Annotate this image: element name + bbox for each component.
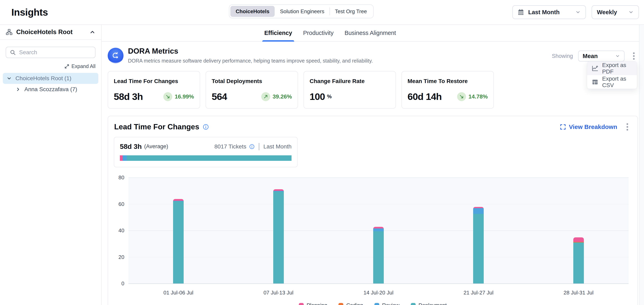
legend-swatch — [411, 303, 416, 305]
bar-segment-planning — [573, 237, 584, 242]
menu-item-export-as-pdf[interactable]: Export as PDF — [587, 61, 637, 75]
tab-efficiency[interactable]: Efficiency — [263, 25, 293, 41]
showing-select[interactable]: Mean — [578, 50, 624, 61]
bar-segment-deployment — [473, 214, 484, 284]
progress-segment-deployment — [127, 155, 292, 161]
date-range-dropdown[interactable]: Last Month — [512, 5, 586, 19]
metric-card-title: Mean Time To Restore — [408, 78, 488, 84]
dora-kebab-menu-icon[interactable] — [630, 50, 638, 61]
legend-item-deployment[interactable]: Deployment — [411, 302, 447, 305]
legend-swatch — [299, 303, 304, 305]
trend-percentage: 39.26% — [273, 93, 292, 100]
metric-card-title: Change Failure Rate — [310, 78, 390, 84]
x-axis-tick-label: 01 Jul-06 Jul — [163, 290, 193, 296]
tab-productivity[interactable]: Productivity — [302, 25, 335, 41]
metric-card-total-deployments: Total Deployments56439.26% — [206, 71, 298, 109]
metric-card-value: 58d 3h — [114, 91, 143, 102]
chart-plot-area: 01 Jul-06 Jul07 Jul-13 Jul14 Jul-20 Jul2… — [128, 177, 628, 284]
tree-node[interactable]: ChoiceHotels Root (1) — [3, 73, 98, 84]
average-suffix: (Average) — [144, 143, 168, 150]
chart-section-title: Lead Time For Changes — [114, 123, 199, 131]
expand-all-button[interactable]: Expand All — [6, 63, 96, 69]
org-tab-group: ChoiceHotelsSolution EngineersTest Org T… — [229, 4, 374, 18]
org-tab-solution-engineers[interactable]: Solution Engineers — [275, 6, 330, 17]
lead-time-chart-card: Lead Time For Changes View Breakdown — [108, 116, 638, 305]
search-icon — [10, 49, 16, 55]
legend-label: Review — [382, 302, 400, 305]
stacked-bar-07-jul-13-jul[interactable] — [273, 189, 284, 284]
showing-label: Showing — [552, 53, 573, 59]
menu-item-export-as-csv[interactable]: Export as CSV — [587, 75, 637, 89]
trend-percentage: 14.78% — [468, 93, 488, 100]
divider — [259, 143, 259, 150]
stacked-bar-14-jul-20-jul[interactable] — [373, 227, 384, 284]
progress-segment-planning — [120, 155, 123, 161]
phase-progress-bar — [120, 155, 292, 161]
showing-value: Mean — [583, 53, 598, 59]
metric-card-title: Total Deployments — [212, 78, 292, 84]
gridline — [128, 204, 628, 205]
trend-badge: 16.99% — [163, 92, 194, 101]
trend-percentage: 16.99% — [175, 93, 194, 100]
header-controls: Last Month Weekly — [512, 5, 639, 19]
bar-segment-review — [473, 208, 484, 214]
tree-node[interactable]: Anna Scozzafava (7) — [12, 84, 98, 95]
trend-down-icon — [163, 92, 172, 101]
org-tab-test-org-tree[interactable]: Test Org Tree — [330, 6, 372, 17]
y-axis-tick-label: 60 — [108, 201, 124, 207]
view-breakdown-button[interactable]: View Breakdown — [560, 123, 617, 130]
main-content: EfficiencyProductivityBusiness Alignment… — [102, 25, 644, 305]
metric-cards-row: Lead Time For Changes58d 3h16.99%Total D… — [108, 71, 638, 109]
legend-swatch — [374, 303, 379, 305]
legend-item-coding[interactable]: Coding — [338, 302, 363, 305]
top-header: Insights ChoiceHotelsSolution EngineersT… — [0, 0, 644, 25]
trend-badge: 39.26% — [261, 92, 292, 101]
metric-card-value: 100 — [310, 91, 325, 102]
dora-description: DORA metrics measure software delivery p… — [128, 58, 373, 64]
org-tab-choicehotels[interactable]: ChoiceHotels — [230, 6, 275, 17]
chevron-down-icon — [575, 9, 580, 15]
legend-label: Coding — [346, 302, 363, 305]
date-range-value: Last Month — [528, 9, 560, 16]
expand-corners-icon — [560, 124, 566, 130]
metric-card-value: 564 — [212, 91, 227, 102]
trend-up-icon — [261, 92, 270, 101]
stacked-bar-21-jul-27-jul[interactable] — [473, 207, 484, 284]
export-menu: Export as PDFExport as CSV — [587, 61, 637, 89]
info-icon[interactable] — [202, 124, 209, 130]
average-value: 58d 3h — [120, 143, 142, 150]
bar-segment-planning — [173, 199, 184, 201]
bar-segment-deployment — [173, 201, 184, 284]
bar-segment-planning — [273, 189, 284, 191]
info-icon[interactable] — [249, 144, 255, 149]
metric-card-lead-time-for-changes: Lead Time For Changes58d 3h16.99% — [108, 71, 200, 109]
search-input[interactable] — [19, 49, 92, 56]
scrollbar-track[interactable] — [639, 25, 644, 305]
granularity-dropdown[interactable]: Weekly — [592, 5, 639, 19]
collapse-chevron-up-icon[interactable] — [90, 29, 96, 35]
metric-card-value: 60d 14h — [408, 91, 442, 102]
search-box — [6, 47, 96, 58]
bar-segment-planning — [373, 227, 384, 228]
page-title: Insights — [12, 7, 48, 18]
dora-cycle-icon — [108, 48, 124, 63]
calendar-icon — [518, 9, 524, 15]
sidebar-root-label: ChoiceHotels Root — [16, 28, 86, 36]
org-tree-icon — [6, 29, 12, 35]
tab-business-alignment[interactable]: Business Alignment — [343, 25, 397, 41]
bar-segment-review — [373, 229, 384, 231]
main-tab-bar: EfficiencyProductivityBusiness Alignment — [102, 25, 644, 42]
gridline — [128, 177, 628, 178]
table-icon — [592, 79, 598, 85]
legend-item-review[interactable]: Review — [374, 302, 400, 305]
sidebar: ChoiceHotels Root Expand All ChoiceHotel… — [0, 25, 102, 305]
chevron-right-icon[interactable] — [15, 87, 21, 92]
chevron-down-icon[interactable] — [6, 76, 12, 81]
stacked-bar-28-jul-31-jul[interactable] — [573, 237, 584, 284]
chart-kebab-menu-icon[interactable] — [623, 121, 632, 132]
stacked-bar-01-jul-06-jul[interactable] — [173, 199, 184, 284]
tree-node-label: Anna Scozzafava (7) — [24, 86, 77, 93]
legend-item-planning[interactable]: Planning — [299, 302, 327, 305]
trend-badge: 14.78% — [457, 92, 488, 101]
metric-card-unit: % — [327, 93, 332, 100]
